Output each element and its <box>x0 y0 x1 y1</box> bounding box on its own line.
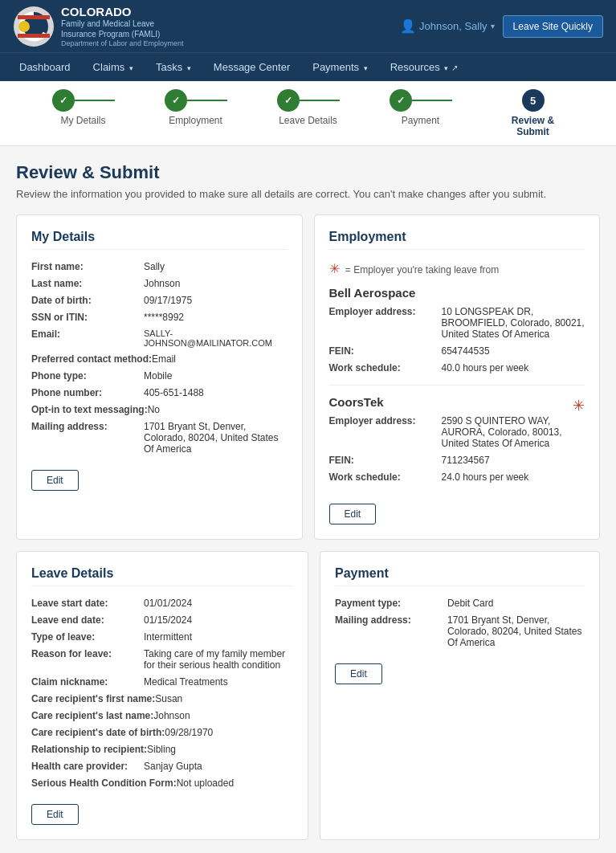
resources-arrow: ▾ <box>444 64 448 72</box>
nav-tasks[interactable]: Tasks ▾ <box>145 53 202 81</box>
detail-phone-type: Phone type: Mobile <box>31 370 288 382</box>
leave-details-edit-button[interactable]: Edit <box>31 804 79 825</box>
employer-1-fein: FEIN: 654744535 <box>329 345 585 357</box>
nav-message-center[interactable]: Message Center <box>202 53 301 81</box>
detail-last-name: Last name: Johnson <box>31 278 288 289</box>
program-name: COLORADO <box>61 5 184 18</box>
step-payment: ✓ Payment <box>365 89 477 145</box>
step-circle-4: ✓ <box>390 89 412 112</box>
step-circle-2: ✓ <box>165 89 187 112</box>
detail-dob: Date of birth: 09/17/1975 <box>31 295 288 306</box>
payment-card: Payment Payment type: Debit Card Mailing… <box>320 551 600 840</box>
step-circle-5: 5 <box>522 89 545 112</box>
employer-2-name: CoorsTek <box>329 395 384 409</box>
my-details-fields: First name: Sally Last name: Johnson Dat… <box>31 261 288 455</box>
external-link-icon: ↗ <box>451 63 458 72</box>
svg-rect-3 <box>18 15 50 19</box>
payment-type: Payment type: Debit Card <box>335 598 585 609</box>
step-label-1: My Details <box>60 115 105 126</box>
detail-opt-in: Opt-in to text messaging: No <box>31 404 288 415</box>
main-nav: Dashboard Claims ▾ Tasks ▾ Message Cente… <box>0 52 616 81</box>
asterisk-icon: ✳ <box>329 262 340 275</box>
asterisk-secondary-icon: ✳ <box>573 397 585 414</box>
svg-point-2 <box>18 21 30 32</box>
detail-email: Email: SALLY-JOHNSON@MAILINATOR.COM <box>31 329 288 348</box>
step-line-1 <box>75 100 115 101</box>
employment-title: Employment <box>329 230 585 250</box>
asterisk-note: ✳ = Employer you're taking leave from <box>329 261 585 276</box>
nav-resources[interactable]: Resources ▾ ↗ <box>379 53 469 81</box>
svg-rect-4 <box>18 34 50 38</box>
top-bar: COLORADO Family and Medical LeaveInsuran… <box>0 0 616 52</box>
step-circle-3: ✓ <box>277 89 300 112</box>
step-label-4: Payment <box>402 115 439 126</box>
employer-2-fein: FEIN: 711234567 <box>329 455 585 466</box>
detail-ssn: SSN or ITIN: *****8992 <box>31 312 288 323</box>
program-info: COLORADO Family and Medical LeaveInsuran… <box>61 5 184 47</box>
employer-2-address: Employer address: 2590 S QUINTERO WAY, A… <box>329 415 585 449</box>
leave-details-card: Leave Details Leave start date: 01/01/20… <box>16 551 308 840</box>
care-relationship: Relationship to recipient: Sibling <box>31 744 293 755</box>
step-review-submit: 5 Review &Submit <box>477 89 589 145</box>
care-dob: Care recipient's date of birth: 09/28/19… <box>31 727 293 738</box>
nav-payments[interactable]: Payments ▾ <box>301 53 378 81</box>
leave-site-button[interactable]: Leave Site Quickly <box>503 15 603 38</box>
employer-2-header: CoorsTek ✳ <box>329 395 585 415</box>
leave-type: Type of leave: Intermittent <box>31 631 293 643</box>
my-details-edit-button[interactable]: Edit <box>31 470 79 491</box>
leave-details-title: Leave Details <box>31 566 293 586</box>
my-details-card: My Details First name: Sally Last name: … <box>16 214 303 540</box>
bottom-cards-row: Leave Details Leave start date: 01/01/20… <box>16 551 600 840</box>
top-cards-row: My Details First name: Sally Last name: … <box>16 214 600 540</box>
page-title: Review & Submit <box>16 162 600 183</box>
step-line-4 <box>412 100 452 101</box>
colorado-logo <box>13 6 55 47</box>
step-employment: ✓ Employment <box>140 89 252 145</box>
steps-nav: ✓ My Details ✓ Employment ✓ Leave Detail… <box>0 89 616 145</box>
payment-title: Payment <box>335 566 585 586</box>
page-content: Review & Submit Review the information y… <box>0 146 616 853</box>
steps-bar: ✓ My Details ✓ Employment ✓ Leave Detail… <box>0 81 616 146</box>
care-last-name: Care recipient's last name: Johnson <box>31 710 293 721</box>
step-label-5: Review &Submit <box>512 115 554 137</box>
leave-start: Leave start date: 01/01/2024 <box>31 598 293 609</box>
employer-coorstek: CoorsTek ✳ Employer address: 2590 S QUIN… <box>329 385 585 483</box>
user-info[interactable]: 👤 Johnson, Sally ▾ <box>400 18 495 34</box>
user-name-label[interactable]: Johnson, Sally <box>419 20 487 32</box>
care-first-name: Care recipient's first name: Susan <box>31 693 293 704</box>
user-dropdown-arrow: ▾ <box>491 22 495 31</box>
leave-end: Leave end date: 01/15/2024 <box>31 614 293 626</box>
detail-phone-number: Phone number: 405-651-1488 <box>31 387 288 398</box>
payment-edit-button[interactable]: Edit <box>335 663 382 684</box>
step-leave-details: ✓ Leave Details <box>252 89 365 145</box>
step-line-2 <box>187 100 227 101</box>
claims-arrow: ▾ <box>129 64 133 72</box>
step-label-2: Employment <box>169 115 222 126</box>
payments-arrow: ▾ <box>364 64 368 72</box>
nav-dashboard[interactable]: Dashboard <box>8 53 82 81</box>
program-subtitle: Family and Medical LeaveInsurance Progra… <box>61 18 184 39</box>
leave-nickname: Claim nickname: Medical Treatments <box>31 676 293 688</box>
nav-claims[interactable]: Claims ▾ <box>82 53 145 81</box>
step-circle-1: ✓ <box>52 89 75 112</box>
employer-1-address: Employer address: 10 LONGSPEAK DR, BROOM… <box>329 306 585 340</box>
employer-2-schedule: Work schedule: 24.0 hours per week <box>329 471 585 483</box>
detail-mailing: Mailing address: 1701 Bryant St, Denver,… <box>31 421 288 455</box>
employer-1-schedule: Work schedule: 40.0 hours per week <box>329 362 585 373</box>
employer-bell: Bell Aerospace Employer address: 10 LONG… <box>329 286 585 373</box>
step-line-3 <box>300 100 340 101</box>
top-right: 👤 Johnson, Sally ▾ Leave Site Quickly <box>400 15 603 38</box>
shc-form: Serious Health Condition Form: Not uploa… <box>31 777 293 789</box>
logo-area: COLORADO Family and Medical LeaveInsuran… <box>13 5 184 47</box>
tasks-arrow: ▾ <box>187 64 191 72</box>
detail-contact-method: Preferred contact method: Email <box>31 353 288 365</box>
care-provider: Health care provider: Sanjay Gupta <box>31 761 293 772</box>
dept-name: Department of Labor and Employment <box>61 39 184 47</box>
detail-first-name: First name: Sally <box>31 261 288 272</box>
employment-edit-button[interactable]: Edit <box>329 504 377 524</box>
my-details-title: My Details <box>31 230 288 250</box>
leave-reason: Reason for leave: Taking care of my fami… <box>31 648 293 671</box>
step-label-3: Leave Details <box>279 115 337 126</box>
page-subtitle: Review the information you provided to m… <box>16 188 600 200</box>
payment-mailing: Mailing address: 1701 Bryant St, Denver,… <box>335 614 585 648</box>
